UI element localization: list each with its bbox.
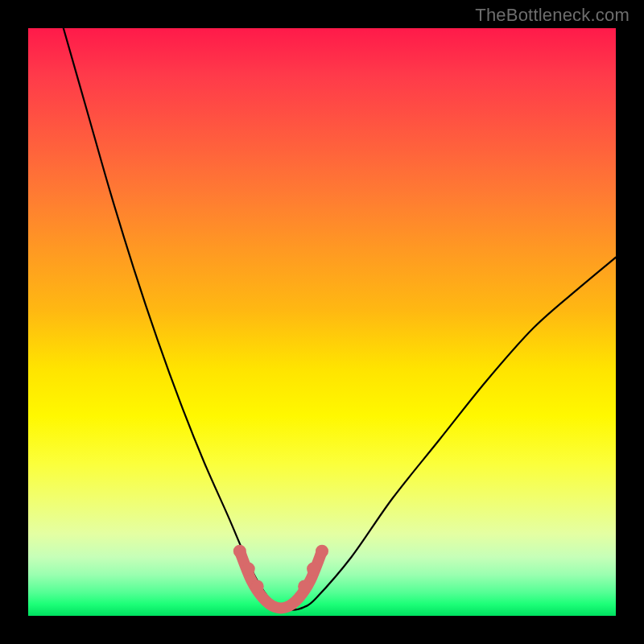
plot-area [28, 28, 616, 616]
bottleneck-curve [64, 28, 616, 610]
highlight-dot [316, 545, 328, 558]
highlight-dot [307, 563, 320, 576]
highlight-dots [233, 545, 328, 593]
chart-frame: TheBottleneck.com [0, 0, 644, 644]
watermark-label: TheBottleneck.com [475, 5, 630, 26]
highlight-dot [233, 545, 246, 558]
highlight-dot [298, 580, 311, 593]
highlight-dot [242, 563, 255, 576]
highlight-band [240, 551, 322, 609]
highlight-dot [251, 580, 264, 593]
plot-svg [28, 28, 616, 616]
